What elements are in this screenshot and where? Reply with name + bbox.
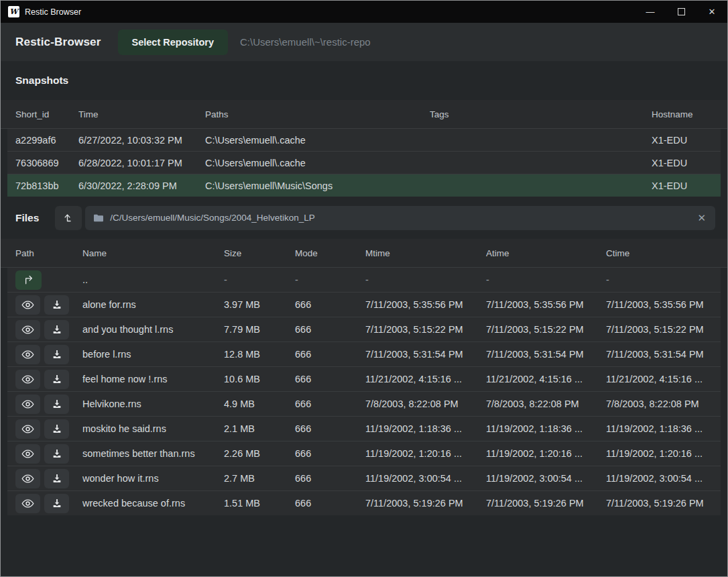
file-size: 1.51 MB <box>224 498 295 509</box>
preview-file-button[interactable] <box>15 345 40 364</box>
go-up-button[interactable] <box>15 270 42 290</box>
file-atime: 11/19/2002, 3:00:54 ... <box>486 473 606 484</box>
file-row[interactable]: wrecked because of.rns1.51 MB6667/11/200… <box>7 490 721 515</box>
maximize-icon <box>678 8 685 15</box>
snapshot-hostname: X1-EDU <box>652 180 713 191</box>
download-file-button[interactable] <box>44 444 69 464</box>
file-row[interactable]: wonder how it.rns2.7 MB66611/19/2002, 3:… <box>7 466 721 490</box>
snapshots-table-body: a2299af66/27/2022, 10:03:32 PMC:\Users\e… <box>7 129 721 197</box>
file-row[interactable]: Helvikone.rns4.9 MB6667/8/2003, 8:22:08 … <box>7 391 721 416</box>
download-file-button[interactable] <box>44 469 69 488</box>
download-file-button[interactable] <box>44 419 69 439</box>
current-path-value: /C/Users/emuell/Music/Songs/2004_Helveti… <box>110 213 696 223</box>
corner-up-right-icon <box>23 274 35 285</box>
snapshot-row[interactable]: 763068696/28/2022, 10:01:17 PMC:\Users\e… <box>7 151 721 174</box>
download-icon <box>52 498 62 509</box>
row-actions <box>15 469 82 488</box>
file-ctime: 7/11/2003, 5:19:26 PM <box>606 498 713 509</box>
snapshot-row[interactable]: 72b813bb6/30/2022, 2:28:09 PMC:\Users\em… <box>7 174 721 197</box>
file-mode: 666 <box>295 324 365 335</box>
preview-file-button[interactable] <box>15 494 40 513</box>
preview-file-button[interactable] <box>15 320 40 339</box>
file-row[interactable]: before l.rns12.8 MB6667/11/2003, 5:31:54… <box>7 342 721 366</box>
file-mtime: 7/11/2003, 5:15:22 PM <box>365 324 486 335</box>
maximize-button[interactable] <box>666 1 696 23</box>
eye-icon <box>21 350 34 360</box>
app-window-icon: W <box>8 6 19 17</box>
current-path-field[interactable]: /C/Users/emuell/Music/Songs/2004_Helveti… <box>85 206 715 230</box>
download-file-button[interactable] <box>44 370 69 389</box>
file-atime: 11/21/2002, 4:15:16 ... <box>486 374 606 384</box>
clear-path-icon[interactable]: ✕ <box>696 212 707 224</box>
file-ctime: 11/21/2002, 4:15:16 ... <box>606 374 713 384</box>
download-icon <box>52 399 62 409</box>
file-name: wrecked because of.rns <box>82 498 224 509</box>
download-icon <box>52 324 62 335</box>
snapshot-short-id: 76306869 <box>15 158 78 168</box>
row-actions <box>15 444 82 464</box>
file-row[interactable]: and you thought l.rns7.79 MB6667/11/2003… <box>7 317 721 342</box>
file-row[interactable]: feel home now !.rns10.6 MB66611/21/2002,… <box>7 366 721 391</box>
preview-file-button[interactable] <box>15 395 40 414</box>
file-ctime: 7/11/2003, 5:31:54 PM <box>606 349 713 360</box>
snapshots-table-header: Short_id Time Paths Tags Hostname <box>1 100 727 129</box>
download-file-button[interactable] <box>44 320 69 339</box>
download-file-button[interactable] <box>44 345 69 364</box>
download-file-button[interactable] <box>44 295 69 315</box>
row-actions <box>15 494 82 513</box>
files-heading: Files <box>15 212 39 224</box>
snapshot-paths: C:\Users\emuell\.cache <box>205 135 430 146</box>
file-ctime: 7/11/2003, 5:15:22 PM <box>606 324 713 335</box>
file-mtime: 7/11/2003, 5:31:54 PM <box>365 349 486 360</box>
minimize-button[interactable]: — <box>635 1 666 23</box>
file-row[interactable]: alone for.rns3.97 MB6667/11/2003, 5:35:5… <box>7 292 721 317</box>
file-name: moskito he said.rns <box>82 423 224 434</box>
file-mtime: 7/11/2003, 5:19:26 PM <box>365 498 486 509</box>
file-mode: 666 <box>295 399 365 409</box>
preview-file-button[interactable] <box>15 444 40 464</box>
parent-directory-row[interactable]: ..----- <box>7 268 721 292</box>
file-row[interactable]: sometimes better than.rns2.26 MB66611/19… <box>7 441 721 466</box>
select-repository-button[interactable]: Select Repository <box>118 30 229 55</box>
header: Restic-Browser Select Repository C:\User… <box>1 23 727 61</box>
snapshot-time: 6/28/2022, 10:01:17 PM <box>78 158 205 168</box>
file-mtime: 11/19/2002, 1:20:16 ... <box>365 448 486 459</box>
column-header-hostname: Hostname <box>652 109 713 119</box>
files-section-header: Files /C/Users/emuell/Music/Songs/2004_H… <box>1 197 727 239</box>
eye-icon <box>21 424 34 434</box>
file-size: 2.1 MB <box>224 423 295 434</box>
restic-browser-window: W Restic Browser — ✕ Restic-Browser Sele… <box>0 0 728 577</box>
file-name: before l.rns <box>82 349 224 360</box>
row-actions <box>15 270 82 290</box>
download-file-button[interactable] <box>44 395 69 414</box>
snapshot-row[interactable]: a2299af66/27/2022, 10:03:32 PMC:\Users\e… <box>7 129 721 151</box>
preview-file-button[interactable] <box>15 295 40 315</box>
go-to-root-button[interactable] <box>55 206 82 230</box>
file-name: wonder how it.rns <box>82 473 224 484</box>
file-atime: 11/19/2002, 1:20:16 ... <box>486 448 606 459</box>
row-actions <box>15 395 82 414</box>
download-file-button[interactable] <box>44 494 69 513</box>
file-name: .. <box>82 274 224 285</box>
download-icon <box>52 473 62 484</box>
preview-file-button[interactable] <box>15 469 40 488</box>
file-mode: 666 <box>295 498 365 509</box>
file-name: Helvikone.rns <box>82 399 224 409</box>
file-mode: 666 <box>295 349 365 360</box>
file-mtime: 7/8/2003, 8:22:08 PM <box>365 399 486 409</box>
file-mtime: - <box>365 274 486 285</box>
eye-icon <box>21 399 34 409</box>
row-actions <box>15 370 82 389</box>
snapshot-hostname: X1-EDU <box>652 158 713 168</box>
close-button[interactable]: ✕ <box>696 1 727 23</box>
file-row[interactable]: moskito he said.rns2.1 MB66611/19/2002, … <box>7 416 721 441</box>
level-up-icon <box>62 212 74 224</box>
file-mode: 666 <box>295 473 365 484</box>
row-actions <box>15 295 82 315</box>
preview-file-button[interactable] <box>15 419 40 439</box>
file-size: 3.97 MB <box>224 299 295 310</box>
preview-file-button[interactable] <box>15 370 40 389</box>
snapshot-time: 6/30/2022, 2:28:09 PM <box>78 180 205 191</box>
eye-icon <box>21 499 34 509</box>
eye-icon <box>21 474 34 484</box>
